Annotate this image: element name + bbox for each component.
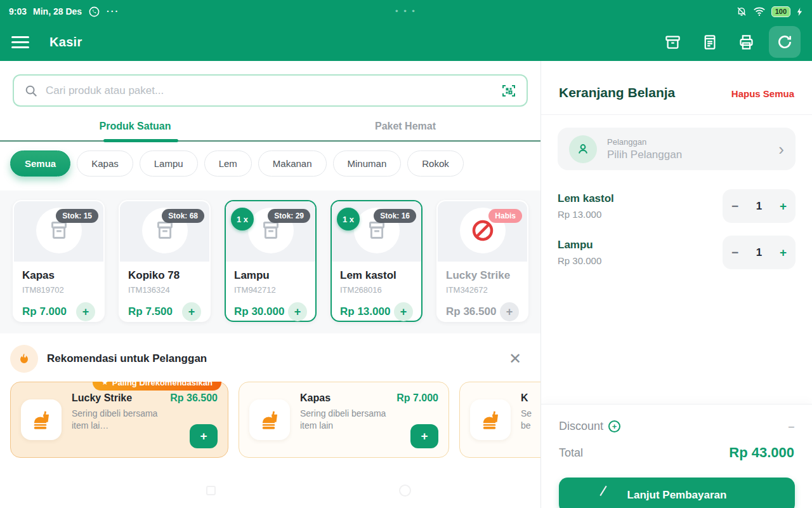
charging-bolt-icon — [796, 7, 803, 17]
recommendation-title: Rekomendasi untuk Pelanggan — [47, 352, 207, 365]
recommendation-price: Rp 36.500 — [170, 392, 218, 404]
catalog-tabs: Produk Satuan Paket Hemat — [0, 110, 540, 142]
total-value: Rp 43.000 — [729, 444, 794, 461]
add-to-cart-button[interactable]: + — [182, 302, 201, 321]
product-card[interactable]: Stok: 15 Kapas ITM819702 — [13, 200, 105, 322]
product-price: Rp 36.500 — [446, 305, 496, 318]
wifi-icon — [753, 6, 766, 17]
print-button[interactable] — [732, 28, 760, 56]
divider — [541, 114, 812, 115]
recommendation-price: Rp 7.000 — [396, 392, 438, 404]
recommendation-name: Kapas — [300, 392, 331, 404]
filter-chip-kapas[interactable]: Kapas — [77, 150, 133, 177]
product-card[interactable]: Stok: 68 Kopiko 78 ITM136324 — [119, 200, 211, 322]
battery-indicator: 100 — [771, 6, 790, 17]
refresh-button[interactable] — [769, 26, 801, 58]
search-bar[interactable] — [13, 74, 528, 107]
recents-nav-hint[interactable] — [206, 486, 216, 495]
tab-paket-hemat[interactable]: Paket Hemat — [270, 110, 540, 140]
cart-item-price: Rp 30.000 — [558, 255, 601, 266]
quantity-stepper: − 1 + — [723, 236, 796, 269]
filter-chip-rokok[interactable]: Rokok — [407, 150, 464, 177]
product-code: ITM819702 — [22, 285, 95, 295]
fastfood-icon — [249, 399, 290, 440]
transactions-button[interactable] — [695, 28, 723, 56]
stock-badge: Stok: 15 — [56, 209, 98, 223]
product-code: ITM942712 — [234, 285, 307, 295]
product-price: Rp 7.000 — [22, 305, 67, 318]
pos-screen: 9:03 Min, 28 Des ··· • • • 1 — [0, 0, 812, 508]
cart-title: Keranjang Belanja — [559, 85, 675, 100]
qty-value: 1 — [756, 200, 762, 213]
recommendation-carousel: ★ Paling Direkomendasikan — [10, 382, 540, 458]
stock-badge: Stok: 16 — [374, 209, 416, 223]
customer-label: Pelanggan — [607, 137, 682, 147]
add-discount-button[interactable]: + — [608, 420, 620, 432]
recommendation-name: K — [521, 392, 528, 404]
decrease-qty-button[interactable]: − — [731, 246, 738, 260]
filter-chip-makanan[interactable]: Makanan — [258, 150, 327, 177]
filter-chip-lem[interactable]: Lem — [204, 150, 252, 177]
product-card-selected[interactable]: 1 x Stok: 29 Lampu ITM942712 — [225, 200, 317, 322]
add-recommendation-button[interactable]: + — [190, 424, 218, 448]
held-orders-button[interactable] — [658, 28, 686, 56]
product-card-selected[interactable]: 1 x Stok: 16 Lem kastol ITM268016 — [331, 200, 422, 322]
cart-qty-badge: 1 x — [231, 208, 254, 231]
recommendation-card[interactable]: Kapas Rp 7.000 Sering dibeli bersama ite… — [239, 382, 449, 458]
star-icon: ★ — [102, 382, 108, 387]
cart-item-name: Lem kastol — [558, 192, 614, 205]
quantity-stepper: − 1 + — [723, 189, 796, 223]
filter-chip-lampu[interactable]: Lampu — [140, 150, 198, 177]
barcode-scan-icon[interactable] — [501, 83, 516, 98]
tab-produk-satuan[interactable]: Produk Satuan — [0, 110, 270, 140]
menu-button[interactable] — [11, 36, 29, 48]
fastfood-icon — [470, 399, 511, 440]
qty-value: 1 — [756, 246, 762, 259]
cart-item-price: Rp 13.000 — [558, 209, 614, 220]
product-name: Lucky Strike — [446, 269, 519, 282]
close-icon[interactable]: ✕ — [502, 349, 528, 369]
status-bar: 9:03 Min, 28 Des ··· • • • 1 — [0, 0, 812, 23]
clear-cart-button[interactable]: Hapus Semua — [731, 88, 794, 99]
archive-icon — [664, 34, 681, 51]
refresh-icon — [776, 34, 793, 50]
product-code: ITM268016 — [340, 285, 413, 295]
cart-item-list: Lem kastol Rp 13.000 − 1 + Lampu Rp 30.0… — [541, 170, 812, 282]
add-to-cart-button-disabled: + — [500, 302, 519, 321]
stock-badge: Stok: 68 — [162, 209, 204, 223]
increase-qty-button[interactable]: + — [780, 246, 787, 260]
recommendation-card[interactable]: ★ Paling Direkomendasikan — [10, 382, 228, 458]
add-to-cart-button[interactable]: + — [288, 302, 307, 321]
decrease-qty-button[interactable]: − — [731, 199, 738, 213]
add-to-cart-button[interactable]: + — [76, 302, 95, 321]
whatsapp-icon — [88, 6, 100, 18]
flame-badge — [10, 345, 38, 373]
search-input[interactable] — [46, 84, 501, 97]
top-pick-label: Paling Direkomendasikan — [112, 382, 213, 387]
add-to-cart-button[interactable]: + — [394, 302, 413, 321]
product-code: ITM136324 — [128, 285, 201, 295]
customer-selector[interactable]: Pelanggan Pilih Pelanggan › — [558, 128, 796, 170]
stock-badge: Stok: 29 — [268, 209, 310, 223]
clock: 9:03 — [9, 6, 27, 17]
out-of-stock-badge: Habis — [488, 209, 522, 223]
product-card-out-of-stock: Habis Lucky Strike ITM342672 — [436, 200, 528, 322]
increase-qty-button[interactable]: + — [780, 199, 787, 213]
home-nav-hint[interactable] — [399, 485, 411, 497]
discount-label: Discount — [559, 420, 603, 433]
product-price: Rp 13.000 — [340, 305, 390, 318]
catalog-panel: Produk Satuan Paket Hemat Semua Kapas La… — [0, 61, 540, 508]
discount-value: – — [789, 421, 794, 432]
receipt-icon — [701, 34, 718, 51]
filter-chip-semua[interactable]: Semua — [10, 150, 70, 177]
cart-summary: Discount + – Total Rp 43.000 Lanjut Pemb… — [541, 404, 812, 508]
status-more: ··· — [107, 6, 119, 17]
product-name: Lem kastol — [340, 269, 413, 282]
recommendation-desc: Sering dibeli bersama item lai… — [72, 408, 176, 432]
customer-value: Pilih Pelanggan — [607, 149, 682, 161]
recommendation-card-clipped[interactable]: K Se be — [459, 382, 540, 458]
add-recommendation-button[interactable]: + — [410, 424, 438, 448]
recommendation-desc: Se be — [521, 408, 540, 432]
checkout-button[interactable]: Lanjut Pembayaran — [559, 478, 795, 508]
filter-chip-minuman[interactable]: Minuman — [333, 150, 402, 177]
